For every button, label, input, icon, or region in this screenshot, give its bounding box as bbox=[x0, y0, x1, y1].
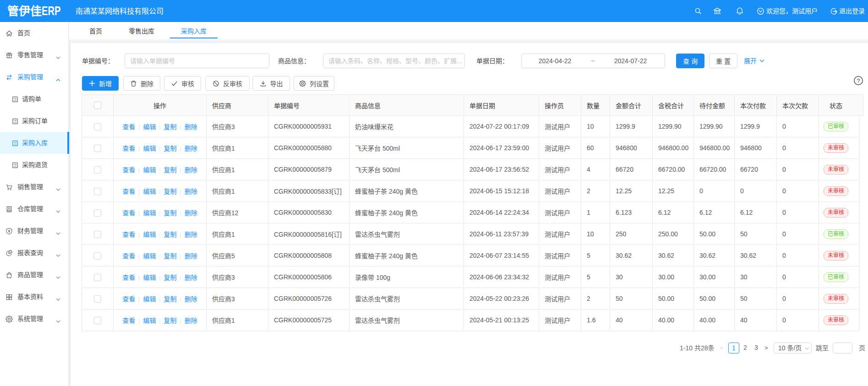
svg-text:?: ? bbox=[857, 77, 860, 84]
